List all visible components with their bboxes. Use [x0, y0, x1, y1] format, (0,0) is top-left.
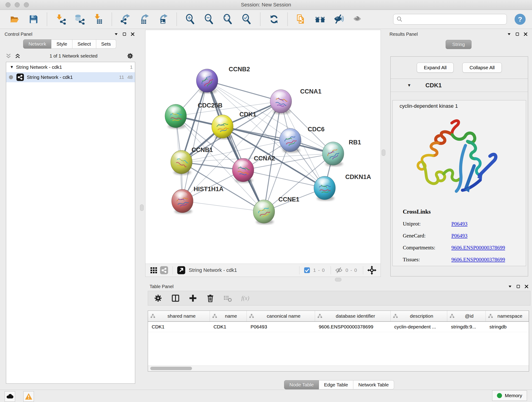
- table-cell[interactable]: P06493: [247, 322, 315, 332]
- section-expand-caret[interactable]: ▼: [407, 83, 411, 88]
- update-button[interactable]: [268, 13, 280, 26]
- zoom-fit-button[interactable]: [222, 13, 234, 26]
- export-network-button[interactable]: [119, 13, 132, 26]
- hidden-elements-icon[interactable]: [335, 266, 343, 274]
- tab-string[interactable]: String: [446, 40, 472, 49]
- detach-view-icon[interactable]: [177, 266, 186, 274]
- selected-nodes-checkbox[interactable]: [304, 267, 310, 274]
- grid-view-icon[interactable]: [150, 266, 158, 274]
- column-header-database-identifier[interactable]: database identifier: [315, 311, 391, 321]
- network-edge[interactable]: [182, 201, 264, 211]
- crosslink-link[interactable]: P06493: [451, 233, 467, 239]
- network-options-gear-icon[interactable]: [127, 52, 134, 60]
- export-table-button[interactable]: [138, 13, 151, 26]
- create-column-button[interactable]: [187, 293, 198, 304]
- tab-style[interactable]: Style: [51, 39, 72, 49]
- close-panel-icon[interactable]: [525, 284, 529, 288]
- expand-all-button[interactable]: Expand All: [417, 63, 454, 73]
- crosslink-link[interactable]: 9606.ENSP00000378699: [451, 257, 505, 263]
- network-canvas[interactable]: CCNB2CCNA1CDC25BCDK1CDC6RB1CCNB1CCNA2CDK…: [146, 30, 380, 263]
- float-panel-icon[interactable]: [516, 284, 520, 288]
- column-header-description[interactable]: description: [391, 311, 447, 321]
- show-glass-effect-button[interactable]: [351, 13, 364, 26]
- table-cell[interactable]: 9606.ENSP00000378699: [315, 322, 391, 332]
- table-row[interactable]: CDK1CDK1P064939606.ENSP00000378699cyclin…: [148, 322, 529, 332]
- tab-network-table[interactable]: Network Table: [353, 380, 394, 389]
- table-cell[interactable]: stringdb:9...: [447, 322, 486, 332]
- string-home-button[interactable]: [314, 13, 326, 26]
- zoom-in-button[interactable]: [184, 13, 196, 26]
- table-horizontal-scrollbar[interactable]: [148, 366, 529, 371]
- help-button[interactable]: ?: [515, 14, 526, 25]
- table-settings-button[interactable]: [152, 293, 164, 304]
- crosslink-link[interactable]: P06493: [451, 221, 467, 227]
- crosslink-link[interactable]: 9606.ENSP00000378699: [451, 245, 505, 251]
- warnings-button[interactable]: [23, 391, 34, 402]
- import-network-file-button[interactable]: [55, 13, 67, 26]
- delete-column-button[interactable]: [205, 293, 216, 304]
- right-splitter-handle[interactable]: [382, 149, 385, 156]
- network-edge[interactable]: [182, 81, 207, 201]
- export-image-button[interactable]: [157, 13, 169, 26]
- panel-menu-icon[interactable]: [114, 32, 118, 36]
- network-collection-row[interactable]: ▼ String Network - cdk1 1: [6, 62, 135, 72]
- network-node-CCNB2[interactable]: [196, 69, 218, 94]
- table-cell[interactable]: CDK1: [148, 322, 210, 332]
- save-session-button[interactable]: [27, 13, 40, 26]
- tab-network[interactable]: Network: [23, 39, 51, 49]
- collapse-all-button[interactable]: Collapse All: [462, 63, 502, 73]
- delete-table-button[interactable]: [222, 293, 233, 304]
- panel-menu-icon[interactable]: [508, 284, 512, 288]
- zoom-out-button[interactable]: [203, 13, 215, 26]
- float-panel-icon[interactable]: [515, 32, 519, 36]
- network-node-CCNB1[interactable]: [171, 150, 192, 175]
- clone-network-button[interactable]: [295, 13, 307, 26]
- collection-expand-caret[interactable]: ▼: [10, 65, 14, 70]
- show-columns-button[interactable]: [170, 293, 181, 304]
- column-header-shared-name[interactable]: shared name: [148, 311, 210, 321]
- close-panel-icon[interactable]: [131, 32, 135, 36]
- search-input[interactable]: [403, 15, 507, 24]
- cloud-button[interactable]: [5, 391, 15, 402]
- column-header-namespace[interactable]: namespace: [486, 311, 529, 321]
- network-node-CDC25B[interactable]: [165, 104, 186, 129]
- network-node-CDKN1A[interactable]: [314, 176, 336, 201]
- scrollbar-thumb[interactable]: [150, 367, 192, 370]
- hide-glass-effect-button[interactable]: [333, 13, 345, 26]
- collapse-all-networks-icon[interactable]: [6, 53, 12, 59]
- close-panel-icon[interactable]: [524, 32, 528, 36]
- panel-menu-icon[interactable]: [507, 32, 511, 36]
- zoom-selected-button[interactable]: [241, 13, 253, 26]
- left-splitter-handle[interactable]: [140, 204, 144, 211]
- network-node-CDK1[interactable]: [212, 115, 233, 139]
- birdseye-pan-icon[interactable]: [367, 266, 376, 275]
- table-cell[interactable]: cyclin-dependent ...: [391, 322, 447, 332]
- column-header-name[interactable]: name: [210, 311, 247, 321]
- tab-node-table[interactable]: Node Table: [284, 380, 319, 389]
- horizontal-splitter-handle[interactable]: [335, 278, 341, 281]
- column-header-id[interactable]: @id: [447, 311, 486, 321]
- tab-edge-table[interactable]: Edge Table: [319, 380, 353, 389]
- table-cell[interactable]: CDK1: [210, 322, 247, 332]
- network-node-HIST1H1A[interactable]: [172, 189, 193, 214]
- network-overview-icon[interactable]: [160, 266, 168, 274]
- network-node-CDC6[interactable]: [279, 128, 301, 153]
- import-table-file-button[interactable]: [92, 13, 104, 26]
- import-network-database-button[interactable]: [73, 13, 86, 26]
- expand-all-networks-icon[interactable]: [15, 53, 21, 59]
- column-header-canonical-name[interactable]: canonical name: [247, 311, 315, 321]
- network-node-RB1[interactable]: [322, 142, 344, 166]
- network-node-CCNA1[interactable]: [270, 89, 292, 114]
- memory-button[interactable]: Memory: [492, 390, 527, 401]
- open-file-button[interactable]: [8, 13, 21, 26]
- table-cell[interactable]: stringdb: [486, 322, 529, 332]
- tab-select[interactable]: Select: [72, 39, 96, 49]
- float-panel-icon[interactable]: [122, 32, 127, 36]
- network-node-CCNE1[interactable]: [253, 200, 275, 224]
- network-row-selected[interactable]: String Network - cdk1 11 48: [6, 72, 135, 82]
- network-edge[interactable]: [243, 170, 325, 188]
- gene-section-header[interactable]: ▼ CDK1: [391, 79, 528, 92]
- tab-sets[interactable]: Sets: [96, 39, 116, 49]
- function-builder-button[interactable]: f(x): [240, 293, 251, 304]
- network-node-CCNA2[interactable]: [232, 158, 254, 183]
